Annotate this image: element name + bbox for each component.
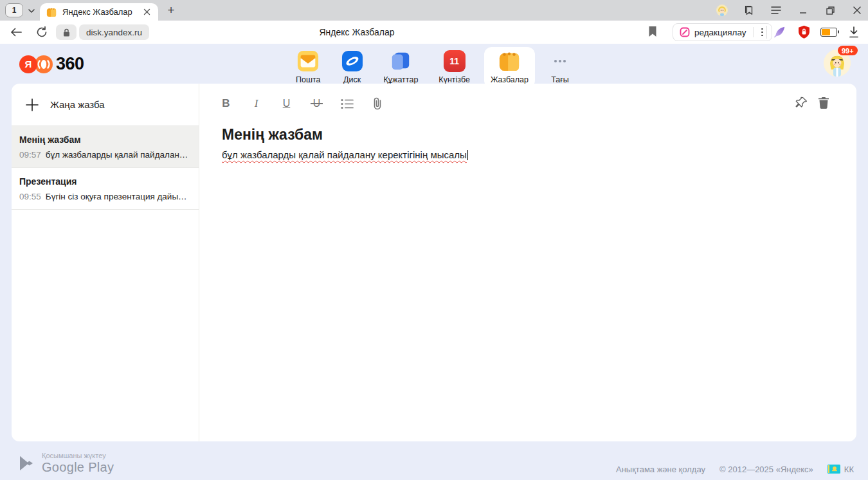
docs-icon xyxy=(390,50,411,72)
dock-item-more[interactable]: Тағы xyxy=(543,47,577,88)
google-play-label: Google Play xyxy=(42,460,114,475)
disk-icon xyxy=(341,50,363,72)
dock-item-notes[interactable]: Жазбалар xyxy=(484,47,535,88)
dock-label: Пошта xyxy=(296,75,321,84)
underline-button[interactable]: U xyxy=(280,98,293,109)
window-minimize-icon[interactable] xyxy=(797,5,809,16)
tab-close-icon[interactable] xyxy=(141,7,152,17)
copyright-text: © 2012—2025 «Яндекс» xyxy=(719,465,813,474)
window-close-icon[interactable] xyxy=(851,5,863,16)
attach-file-button[interactable] xyxy=(370,97,384,110)
side-panel-icon[interactable] xyxy=(743,5,755,16)
bullet-list-button[interactable] xyxy=(340,98,354,109)
tab-counter-button[interactable]: 1 xyxy=(5,3,23,17)
more-icon xyxy=(549,50,571,72)
editor-note-title[interactable]: Менің жазбам xyxy=(222,126,856,143)
dock-label: Жазбалар xyxy=(491,75,529,84)
notification-badge: 99+ xyxy=(838,46,858,55)
browser-tab-bar: 1 Яндекс Жазбалар + xyxy=(0,0,868,21)
battery-icon[interactable] xyxy=(820,28,837,37)
note-list-item[interactable]: Менің жазбам 09:57 бұл жазбаларды қалай … xyxy=(12,126,199,168)
app-dock: Пошта Диск Құжаттар 11 Күнтізбе Жазбалар… xyxy=(289,47,577,88)
dock-label: Диск xyxy=(343,75,361,84)
dock-label: Күнтізбе xyxy=(439,75,470,84)
notes-icon xyxy=(498,50,520,72)
editor-toolbar: B I U U xyxy=(199,84,856,124)
mail-icon xyxy=(297,50,319,72)
note-item-title: Презентация xyxy=(19,176,191,187)
window-restore-icon[interactable] xyxy=(824,5,836,16)
bookmark-icon[interactable] xyxy=(648,26,660,39)
tab-list-chevron-icon[interactable] xyxy=(26,5,37,17)
kazakhstan-flag-icon xyxy=(827,465,840,474)
browser-tab-active[interactable]: Яндекс Жазбалар xyxy=(40,3,158,21)
site-security-chip[interactable] xyxy=(56,24,77,40)
dock-item-calendar[interactable]: 11 Күнтізбе xyxy=(432,47,476,88)
delete-note-button[interactable] xyxy=(818,96,829,111)
page-footer: Қосымшаны жүктеу Google Play Анықтама жә… xyxy=(0,441,868,480)
note-item-time: 09:57 xyxy=(19,150,41,160)
downloads-icon[interactable] xyxy=(846,24,862,40)
pill-divider xyxy=(753,27,754,37)
note-body-text: бұл жазбаларды қалай пайдалану керектігі… xyxy=(222,149,467,160)
dock-label: Тағы xyxy=(551,75,569,84)
note-item-preview: Бүгін сіз оқуға презентация дайында... xyxy=(46,192,191,201)
address-bar-page-title[interactable]: Яндекс Жазбалар xyxy=(276,21,437,44)
toolbar-separator xyxy=(766,26,767,39)
plus-icon xyxy=(25,98,39,112)
dock-item-docs[interactable]: Құжаттар xyxy=(377,47,425,88)
yandex360-logo[interactable]: Я 360 xyxy=(19,54,84,74)
calendar-icon: 11 xyxy=(444,50,466,72)
edit-mode-label: редакциялау xyxy=(694,28,746,37)
logo-360-text: 360 xyxy=(56,54,84,74)
google-play-caption: Қосымшаны жүктеу xyxy=(42,452,114,459)
dock-item-disk[interactable]: Диск xyxy=(335,47,370,88)
new-note-label: Жаңа жазба xyxy=(50,99,105,110)
feather-extension-icon[interactable] xyxy=(772,24,787,40)
edit-mode-icon xyxy=(680,27,690,37)
profile-avatar-mini[interactable] xyxy=(716,5,728,16)
notes-app-card: Жаңа жазба Менің жазбам 09:57 бұл жазбал… xyxy=(12,84,856,441)
back-icon[interactable] xyxy=(9,25,23,39)
yandex-logo-icon: Я xyxy=(19,55,37,73)
url-domain-chip[interactable]: disk.yandex.ru xyxy=(79,24,149,40)
google-play-icon xyxy=(18,454,35,472)
notes-favicon-icon xyxy=(46,7,57,17)
lock-icon xyxy=(63,28,70,37)
note-list-item[interactable]: Презентация 09:55 Бүгін сіз оқуға презен… xyxy=(12,168,199,210)
new-note-button[interactable]: Жаңа жазба xyxy=(12,84,199,126)
refresh-icon[interactable] xyxy=(35,25,49,39)
pin-note-button[interactable] xyxy=(795,96,808,112)
notes-sidebar: Жаңа жазба Менің жазбам 09:57 бұл жазбал… xyxy=(12,84,199,441)
note-item-preview: бұл жазбаларды қалай пайдалану ке... xyxy=(46,150,191,160)
logo-360-icon xyxy=(35,55,53,73)
tab-title: Яндекс Жазбалар xyxy=(62,7,141,17)
bold-button[interactable]: B xyxy=(219,97,233,110)
browser-toolbar: disk.yandex.ru Яндекс Жазбалар редакциял… xyxy=(0,21,868,44)
strikethrough-button[interactable]: U xyxy=(313,98,321,109)
new-tab-button[interactable]: + xyxy=(163,3,179,18)
browser-menu-icon[interactable] xyxy=(770,5,782,16)
help-support-link[interactable]: Анықтама және қолдау xyxy=(616,465,705,474)
text-cursor xyxy=(467,150,469,160)
google-play-link[interactable]: Қосымшаны жүктеу Google Play xyxy=(18,452,114,475)
italic-button[interactable]: I xyxy=(249,97,263,110)
dock-item-mail[interactable]: Пошта xyxy=(289,47,327,88)
note-editor: B I U U Менің жаз xyxy=(199,84,856,441)
protect-shield-icon[interactable] xyxy=(796,24,811,40)
browser-window: 1 Яндекс Жазбалар + xyxy=(0,0,868,480)
note-item-title: Менің жазбам xyxy=(19,134,191,145)
yandex360-header: Я 360 Пошта Диск Құжаттар 11 Күнтізбе xyxy=(0,44,868,84)
editor-note-body[interactable]: бұл жазбаларды қалай пайдалану керектігі… xyxy=(222,149,856,160)
language-switcher[interactable]: КК xyxy=(827,465,854,474)
edit-mode-pill[interactable]: редакциялау xyxy=(673,23,772,41)
language-code: КК xyxy=(844,465,854,474)
note-item-time: 09:55 xyxy=(19,192,41,201)
dock-label: Құжаттар xyxy=(384,75,419,84)
